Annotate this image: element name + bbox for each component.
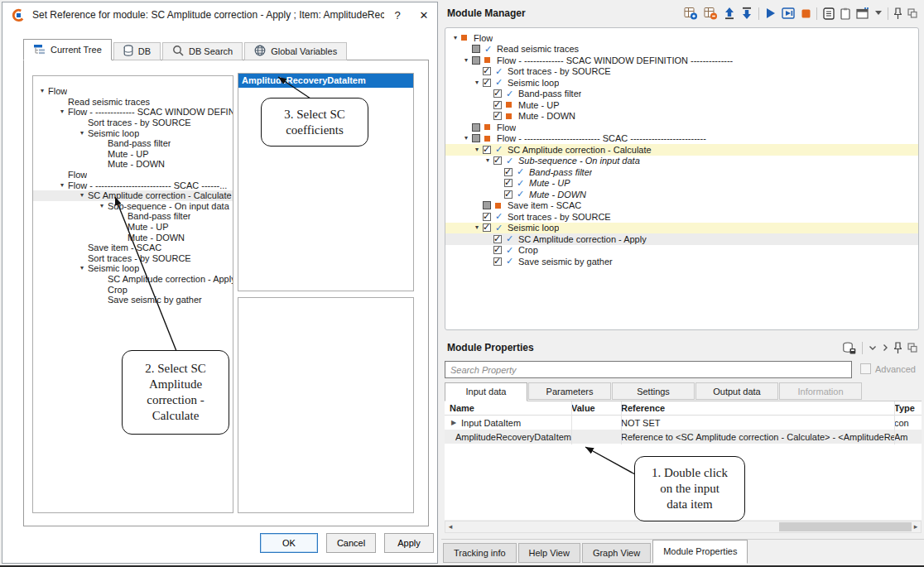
- scroll-left-arrow-icon[interactable]: ◂: [445, 521, 455, 532]
- module-tree-row[interactable]: ✓Band-pass filter: [445, 166, 918, 178]
- item-checkbox[interactable]: [483, 67, 491, 75]
- tab-db-search[interactable]: DB Search: [162, 42, 243, 60]
- column-header-name[interactable]: Name: [445, 403, 571, 413]
- delete-module-icon[interactable]: [704, 7, 718, 20]
- stop-flow-icon[interactable]: [801, 9, 811, 18]
- add-module-icon[interactable]: [684, 7, 698, 20]
- item-checkbox[interactable]: [504, 168, 513, 176]
- search-property-input[interactable]: [445, 361, 852, 378]
- tab-module-properties[interactable]: Module Properties: [652, 540, 748, 564]
- module-tree-row[interactable]: ✓Read seismic traces: [445, 44, 918, 55]
- tab-tracking-info[interactable]: Tracking info: [443, 543, 517, 563]
- item-checkbox[interactable]: [472, 123, 480, 132]
- module-tree-row[interactable]: ▾Flow - ------------- SCAC WINDOW DEFINI…: [445, 55, 918, 66]
- help-button[interactable]: ?: [384, 9, 411, 22]
- horizontal-scrollbar[interactable]: ◂ ▸: [445, 521, 922, 533]
- tab-current-tree[interactable]: Current Tree: [23, 39, 112, 60]
- dialog-tree-row[interactable]: Save seismic by gather: [33, 295, 233, 305]
- tab-settings[interactable]: Settings: [612, 382, 695, 400]
- item-checkbox[interactable]: [493, 156, 502, 165]
- tab-help-view[interactable]: Help View: [518, 543, 580, 563]
- move-down-icon[interactable]: [741, 7, 753, 20]
- clipboard-icon[interactable]: [840, 7, 850, 20]
- expander-icon[interactable]: ▾: [96, 203, 108, 209]
- dropdown-caret-icon[interactable]: [875, 11, 882, 16]
- module-tree-row[interactable]: Mute - UP: [445, 99, 918, 111]
- item-checkbox[interactable]: [472, 45, 480, 53]
- dialog-tree-row[interactable]: Sort traces - by SOURCE: [33, 118, 233, 128]
- row-expander-icon[interactable]: ▶: [450, 419, 458, 426]
- item-checkbox[interactable]: [493, 101, 502, 109]
- database-default-icon[interactable]: [842, 342, 856, 354]
- pin-icon[interactable]: [894, 7, 902, 20]
- tab-graph-view[interactable]: Graph View: [582, 543, 651, 563]
- list-item-selected[interactable]: AmplitudeRecoveryDataItem: [238, 74, 413, 88]
- table-row[interactable]: ▶ Input DataItem NOT SET con: [445, 416, 922, 430]
- item-checkbox[interactable]: [472, 134, 480, 142]
- item-checkbox[interactable]: [493, 89, 502, 98]
- item-checkbox[interactable]: [493, 112, 502, 120]
- item-checkbox[interactable]: [483, 213, 491, 221]
- module-tree-row[interactable]: ✓Sort traces - by SOURCE: [445, 211, 918, 223]
- float-panel-icon[interactable]: [907, 343, 917, 353]
- run-flow-framed-icon[interactable]: [782, 7, 796, 19]
- dialog-tree-row[interactable]: SC Amplitude correction - Apply: [33, 274, 233, 285]
- module-tree-row[interactable]: Save item - SCAC: [445, 200, 918, 212]
- column-header-value[interactable]: Value: [571, 403, 621, 413]
- dialog-tree-row[interactable]: ▾Flow - ------------- SCAC WINDOW DEFINI…: [33, 107, 233, 118]
- move-up-icon[interactable]: [724, 7, 735, 20]
- flow-list-icon[interactable]: [823, 7, 835, 20]
- item-checkbox[interactable]: [483, 201, 491, 209]
- item-checkbox[interactable]: [504, 179, 513, 187]
- scrollbar-thumb[interactable]: [779, 522, 912, 531]
- dialog-tree-row[interactable]: Crop: [33, 284, 233, 295]
- dialog-tree-row[interactable]: ▾Seismic loop: [33, 127, 233, 138]
- expander-icon[interactable]: ▾: [56, 108, 68, 115]
- item-checkbox[interactable]: [483, 146, 491, 154]
- cancel-button[interactable]: Cancel: [326, 533, 376, 553]
- expander-icon[interactable]: ▾: [56, 182, 68, 189]
- dialog-tree-row[interactable]: ▾Flow: [33, 86, 233, 97]
- pin-icon[interactable]: [894, 342, 902, 354]
- module-tree-row[interactable]: ✓Band-pass filter: [445, 89, 918, 100]
- module-tree-row[interactable]: ✓Mute - DOWN: [445, 189, 918, 200]
- item-checkbox[interactable]: [504, 190, 513, 199]
- dialog-tree-row[interactable]: ▾SC Amplitude correction - Calculate: [33, 190, 233, 201]
- expander-icon[interactable]: ▾: [482, 157, 493, 164]
- chevron-right-icon[interactable]: [883, 344, 888, 352]
- tab-global-variables[interactable]: Global Variables: [244, 42, 347, 60]
- tab-output-data[interactable]: Output data: [695, 382, 778, 400]
- module-tree-row[interactable]: Flow: [445, 122, 918, 133]
- new-window-icon[interactable]: [856, 7, 869, 19]
- dialog-tree-row[interactable]: ▾Flow - ------------------------- SCAC -…: [33, 180, 233, 190]
- dialog-tree-row[interactable]: Mute - DOWN: [33, 159, 233, 170]
- dialog-tree-row[interactable]: Save item - SCAC: [33, 243, 233, 253]
- item-checkbox[interactable]: [483, 79, 491, 87]
- module-tree-row[interactable]: ✓Mute - UP: [445, 178, 918, 190]
- expander-icon[interactable]: ▾: [471, 147, 483, 153]
- item-checkbox[interactable]: [483, 223, 491, 232]
- expander-icon[interactable]: ▾: [76, 265, 88, 271]
- module-tree-row[interactable]: ▾Flow: [445, 32, 918, 44]
- dialog-tree-row[interactable]: Mute - DOWN: [33, 232, 233, 243]
- dialog-tree-row[interactable]: ▾Seismic loop: [33, 263, 233, 274]
- dialog-tree-row[interactable]: Band-pass filter: [33, 211, 233, 222]
- module-tree-row[interactable]: ▾✓SC Amplitude correction - Calculate: [445, 144, 918, 156]
- expander-icon[interactable]: ▾: [460, 57, 472, 64]
- item-checkbox[interactable]: [472, 56, 480, 65]
- expander-icon[interactable]: ▾: [471, 224, 483, 231]
- tab-db[interactable]: DB: [113, 42, 161, 60]
- dialog-tree-row[interactable]: Mute - UP: [33, 149, 233, 160]
- module-tree-row[interactable]: ✓SC Amplitude correction - Apply: [445, 233, 918, 245]
- table-row[interactable]: AmplitudeRecoveryDataItem Reference to <…: [445, 430, 922, 444]
- dialog-tree-row[interactable]: Sort traces - by SOURCE: [33, 253, 233, 264]
- advanced-checkbox[interactable]: [860, 363, 871, 374]
- column-header-type[interactable]: Type: [894, 403, 922, 413]
- run-flow-icon[interactable]: [765, 7, 776, 19]
- dialog-tree-row[interactable]: ▾Sub-sequence - On input data: [33, 201, 233, 212]
- module-tree-row[interactable]: ▾✓Seismic loop: [445, 77, 918, 89]
- dialog-tree-row[interactable]: Mute - UP: [33, 222, 233, 233]
- module-tree-row[interactable]: ✓Sort traces - by SOURCE: [445, 66, 918, 78]
- expander-icon[interactable]: ▾: [76, 130, 88, 137]
- dialog-tree-row[interactable]: Read seismic traces: [33, 97, 233, 108]
